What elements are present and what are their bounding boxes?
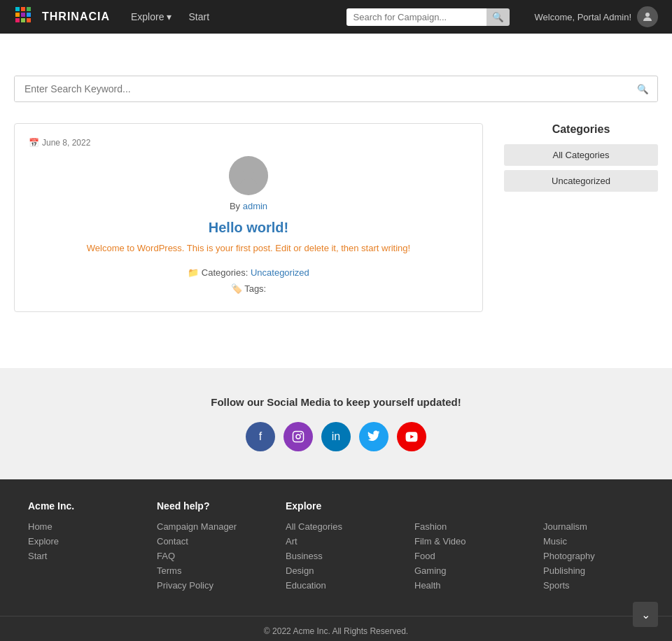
linkedin-icon[interactable]: in bbox=[321, 422, 351, 451]
navbar-search: 🔍 bbox=[346, 8, 510, 26]
footer-col-explore: Explore All Categories Art Business Desi… bbox=[286, 500, 386, 595]
footer-link-health[interactable]: Health bbox=[414, 580, 515, 591]
footer-link-photography[interactable]: Photography bbox=[543, 551, 644, 561]
footer-col-help: Need help? Campaign Manager Contact FAQ … bbox=[157, 500, 258, 595]
post-date: 📅 June 8, 2022 bbox=[29, 138, 468, 148]
social-icons: f in bbox=[14, 422, 658, 451]
explore-nav-link[interactable]: Explore ▾ bbox=[124, 7, 178, 27]
svg-rect-1 bbox=[21, 7, 25, 11]
footer-link-food[interactable]: Food bbox=[414, 551, 515, 561]
page-search-button[interactable]: 🔍 bbox=[629, 77, 657, 101]
calendar-icon: 📅 bbox=[29, 138, 39, 148]
svg-rect-0 bbox=[15, 7, 20, 11]
footer-link-campaign-manager[interactable]: Campaign Manager bbox=[157, 521, 258, 532]
post-tags-line: 🏷️ Tags: bbox=[29, 281, 468, 297]
svg-rect-11 bbox=[293, 431, 304, 442]
dropdown-arrow-icon: ▾ bbox=[167, 11, 172, 22]
footer-col-cats2: Fashion Film & Video Food Gaming Health bbox=[414, 500, 515, 595]
svg-rect-5 bbox=[27, 13, 31, 17]
svg-point-13 bbox=[300, 433, 302, 435]
post-excerpt: Welcome to WordPress. This is your first… bbox=[29, 243, 468, 253]
svg-rect-3 bbox=[15, 13, 20, 17]
footer-col-cats3: Journalism Music Photography Publishing … bbox=[543, 500, 644, 595]
welcome-text: Welcome, Portal Admin! bbox=[535, 12, 631, 22]
footer-col-cats3-spacer bbox=[543, 500, 644, 512]
post-title: Hello world! bbox=[29, 220, 468, 236]
footer-link-privacy[interactable]: Privacy Policy bbox=[157, 580, 258, 591]
svg-point-12 bbox=[296, 435, 300, 439]
footer-link-gaming[interactable]: Gaming bbox=[414, 565, 515, 576]
post-avatar bbox=[229, 156, 268, 195]
post-card: 📅 June 8, 2022 By admin Hello world! Wel… bbox=[14, 123, 483, 312]
scroll-top-button[interactable]: ⌄ bbox=[633, 602, 658, 627]
footer-link-contact[interactable]: Contact bbox=[157, 536, 258, 547]
footer-link-business[interactable]: Business bbox=[286, 551, 386, 561]
footer-copyright: © 2022 Acme Inc. All Rights Reserved. bbox=[0, 616, 672, 641]
footer-link-music[interactable]: Music bbox=[543, 536, 644, 547]
tag-icon: 🏷️ bbox=[231, 283, 242, 294]
search-icon: 🔍 bbox=[637, 84, 649, 94]
svg-rect-4 bbox=[21, 13, 25, 17]
svg-point-10 bbox=[244, 167, 254, 178]
footer-link-publishing[interactable]: Publishing bbox=[543, 565, 644, 576]
category-all[interactable]: All Categories bbox=[504, 144, 658, 166]
author-link[interactable]: admin bbox=[243, 201, 267, 211]
footer-link-fashion[interactable]: Fashion bbox=[414, 521, 515, 532]
twitter-icon[interactable] bbox=[359, 422, 388, 451]
post-meta: 📁 Categories: Uncategorized 🏷️ Tags: bbox=[29, 265, 468, 297]
brand-logo-link[interactable]: THRINACIA bbox=[14, 6, 110, 28]
footer-link-sports[interactable]: Sports bbox=[543, 580, 644, 591]
post-author: By admin bbox=[29, 201, 468, 211]
footer-col-help-title: Need help? bbox=[157, 500, 258, 512]
footer-link-journalism[interactable]: Journalism bbox=[543, 521, 644, 532]
main-container: 🔍 📅 June 8, 2022 By admin bbox=[0, 34, 672, 326]
explore-nav-label: Explore bbox=[131, 11, 164, 22]
footer-col-explore-title: Explore bbox=[286, 500, 386, 512]
navbar: THRINACIA Explore ▾ Start 🔍 Welcome, Por… bbox=[0, 0, 672, 34]
navbar-links: Explore ▾ Start bbox=[124, 7, 216, 27]
footer-col-acme-title: Acme Inc. bbox=[28, 500, 129, 512]
post-categories-line: 📁 Categories: Uncategorized bbox=[29, 265, 468, 281]
post-category-link[interactable]: Uncategorized bbox=[251, 267, 309, 278]
navbar-search-input[interactable] bbox=[346, 8, 486, 26]
footer-link-art[interactable]: Art bbox=[286, 536, 386, 547]
footer-social-title: Follow our Social Media to keep yourself… bbox=[14, 396, 658, 408]
user-avatar[interactable] bbox=[637, 6, 658, 27]
footer-link-design[interactable]: Design bbox=[286, 565, 386, 576]
youtube-icon[interactable] bbox=[397, 422, 426, 451]
footer-col-cats2-spacer bbox=[414, 500, 515, 512]
footer-social: Follow our Social Media to keep yourself… bbox=[0, 368, 672, 479]
sidebar: Categories All Categories Uncategorized bbox=[504, 123, 658, 196]
category-uncategorized[interactable]: Uncategorized bbox=[504, 170, 658, 192]
svg-rect-2 bbox=[27, 7, 31, 11]
start-nav-link[interactable]: Start bbox=[181, 7, 216, 27]
content-layout: 📅 June 8, 2022 By admin Hello world! Wel… bbox=[14, 123, 658, 312]
navbar-user: Welcome, Portal Admin! bbox=[535, 6, 658, 27]
page-search-input[interactable] bbox=[15, 76, 629, 101]
navbar-search-button[interactable]: 🔍 bbox=[486, 8, 510, 26]
chevron-down-icon: ⌄ bbox=[641, 608, 650, 621]
footer-link-home[interactable]: Home bbox=[28, 521, 129, 532]
author-avatar-icon bbox=[237, 164, 260, 188]
footer-link-start[interactable]: Start bbox=[28, 551, 129, 561]
page-search-bar: 🔍 bbox=[14, 76, 658, 102]
footer-columns: Acme Inc. Home Explore Start Need help? … bbox=[28, 500, 644, 595]
footer-link-terms[interactable]: Terms bbox=[157, 565, 258, 576]
footer-link-education[interactable]: Education bbox=[286, 580, 386, 591]
sidebar-categories-title: Categories bbox=[504, 123, 658, 136]
footer-link-faq[interactable]: FAQ bbox=[157, 551, 258, 561]
svg-rect-8 bbox=[27, 18, 31, 22]
instagram-icon[interactable] bbox=[284, 422, 313, 451]
search-icon: 🔍 bbox=[492, 12, 504, 22]
footer-link-explore[interactable]: Explore bbox=[28, 536, 129, 547]
footer-bottom: Acme Inc. Home Explore Start Need help? … bbox=[0, 479, 672, 616]
brand-logo-icon bbox=[14, 6, 36, 28]
facebook-icon[interactable]: f bbox=[246, 422, 275, 451]
footer-link-film[interactable]: Film & Video bbox=[414, 536, 515, 547]
svg-rect-6 bbox=[15, 18, 20, 22]
footer-link-all-categories[interactable]: All Categories bbox=[286, 521, 386, 532]
user-icon bbox=[641, 10, 654, 23]
folder-icon: 📁 bbox=[188, 267, 199, 278]
brand-name: THRINACIA bbox=[42, 10, 110, 23]
svg-rect-7 bbox=[21, 18, 25, 22]
